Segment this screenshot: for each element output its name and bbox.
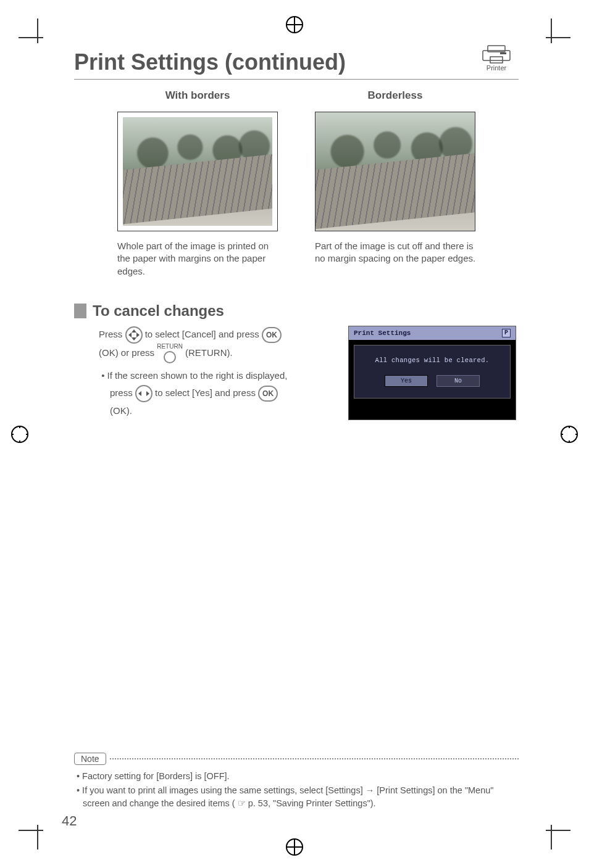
confirm-dialog-screenshot: Print Settings P All changes will be cle… <box>348 326 516 420</box>
return-button-icon: RETURN <box>157 344 183 363</box>
note-label: Note <box>74 753 106 765</box>
text-select-yes: to select [Yes] and press <box>155 387 258 398</box>
registration-mark-bottom <box>286 838 303 856</box>
with-borders-sample <box>117 112 278 231</box>
registration-mark-left <box>11 426 28 443</box>
text-press2: press <box>110 387 135 398</box>
cancel-instructions: Press to select [Cancel] and press OK (O… <box>99 326 333 420</box>
note-divider <box>110 758 519 759</box>
cancel-section-title: To cancel changes <box>93 302 224 320</box>
dialog-no-button: No <box>437 375 480 387</box>
section-marker <box>74 304 86 318</box>
dpad-all-icon <box>125 326 143 344</box>
dialog-message: All changes will be cleared. <box>359 357 505 364</box>
note-item-1: Factory setting for [Borders] is [OFF]. <box>77 770 519 783</box>
with-borders-heading: With borders <box>111 89 284 102</box>
borderless-sample <box>315 112 475 231</box>
text-if-screen: If the screen shown to the right is disp… <box>107 370 288 381</box>
borderless-heading: Borderless <box>309 89 482 102</box>
return-label: RETURN <box>157 343 183 350</box>
dpad-lr-icon <box>135 385 152 402</box>
borderless-column: Borderless Part of the image is cut off … <box>309 89 482 278</box>
dialog-yes-button: Yes <box>385 375 428 387</box>
text-return: (RETURN). <box>185 347 233 358</box>
note-item-2: If you want to print all images using th… <box>77 784 519 810</box>
with-borders-column: With borders Whole part of the image is … <box>111 89 284 278</box>
text-select-cancel: to select [Cancel] and press <box>145 329 262 339</box>
dialog-title: Print Settings <box>354 329 411 337</box>
dialog-p-icon: P <box>502 329 511 337</box>
registration-mark-right <box>561 426 578 443</box>
text-ok2: (OK). <box>110 405 132 416</box>
ok-button-icon-2: OK <box>258 386 278 402</box>
page-number: 42 <box>62 813 77 829</box>
text-press: Press <box>99 329 125 339</box>
ok-button-icon: OK <box>262 327 282 343</box>
text-ok-or-press: (OK) or press <box>99 347 157 358</box>
note-list: Factory setting for [Borders] is [OFF]. … <box>74 770 519 810</box>
page-title: Print Settings (continued) <box>74 49 519 75</box>
registration-mark-top <box>286 16 303 33</box>
with-borders-caption: Whole part of the image is printed on th… <box>117 240 284 278</box>
borderless-caption: Part of the image is cut off and there i… <box>315 240 482 265</box>
title-divider <box>74 79 519 80</box>
